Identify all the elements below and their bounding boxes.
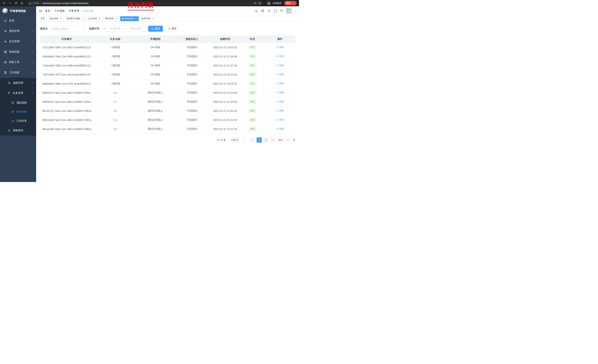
security-warning[interactable]: 不安全: [29, 2, 39, 5]
sidebar-item-label: 任务管理: [13, 91, 23, 95]
fullscreen-icon[interactable]: [274, 9, 277, 13]
col-initiator: 流程发起人: [174, 35, 210, 43]
approve-link[interactable]: 审批: [276, 64, 284, 67]
tab-my-process[interactable]: 我的流程 ×: [103, 16, 119, 21]
sidebar-item-payment[interactable]: ¥ 支付管理: [0, 36, 36, 47]
logo-row[interactable]: 芋道管理系统: [0, 6, 36, 16]
main-area: 首页 / 工作流程 / 任务管理 / 待办任务 ?: [36, 6, 299, 182]
start-date-placeholder: 开始日期: [107, 27, 124, 30]
omnibox-divider: [41, 2, 41, 5]
approve-link[interactable]: 审批: [276, 118, 284, 121]
incognito-profile-chip[interactable]: 无痕模式: [266, 1, 282, 5]
col-process: 所属流程: [137, 35, 174, 43]
page-size-select[interactable]: 10条/页: [229, 138, 247, 143]
tab-done-tasks[interactable]: 已办任务 ×: [86, 16, 102, 21]
close-icon[interactable]: ×: [81, 17, 84, 20]
pagination-total: 共 16 条: [217, 138, 226, 142]
breadcrumb-workflow[interactable]: 工作流程: [54, 9, 65, 13]
approve-link[interactable]: 审批: [276, 73, 284, 76]
browser-chrome: 不安全 dashboard.yudao.iocoder.cn/bpm/task/…: [0, 0, 299, 6]
tab-form-edit[interactable]: 流程表单-编辑 ×: [65, 16, 86, 21]
table-row: a6aba0a4-7b6d-11ec-b781-acde48001122一级审批…: [40, 79, 295, 88]
approve-link[interactable]: 审批: [276, 109, 284, 112]
eye-icon: [11, 110, 14, 113]
sidebar-item-infrastructure[interactable]: 基础设施: [0, 47, 36, 57]
active-dot: [122, 18, 123, 19]
home-icon[interactable]: [19, 0, 25, 6]
sidebar-item-system[interactable]: 系统管理: [0, 26, 36, 36]
back-icon[interactable]: [1, 0, 7, 6]
table-row: 8f059c03-7ac8-11ec-a9e2-a2380e71991a1.1测…: [40, 97, 295, 106]
sidebar-item-label: 已办任务: [17, 119, 27, 122]
filter-bar: 流程名 创建时间 开始日期 - 结束日期 搜索: [40, 26, 295, 32]
breadcrumb-task-management[interactable]: 任务管理: [69, 9, 79, 13]
forward-icon[interactable]: [8, 0, 13, 6]
approve-link[interactable]: 审批: [276, 100, 284, 103]
sidebar-item-workflow[interactable]: 工作流程: [0, 67, 36, 78]
sidebar-item-todo-tasks[interactable]: 待办任务: [0, 107, 36, 116]
reset-button[interactable]: 重置: [165, 26, 180, 32]
table-row: 75d72608-7b7f-11ec-a3c8-acde48001122一级审批…: [40, 70, 295, 79]
password-key-icon[interactable]: [254, 2, 257, 5]
grid-icon: [4, 50, 7, 53]
font-size-icon[interactable]: TT: [280, 9, 283, 12]
tasks-table: 任务编号 任务名称 所属流程 流程发起人 创建时间 状态 操作 73211d9d…: [40, 35, 295, 134]
approve-link[interactable]: 审批: [276, 82, 284, 85]
search-button[interactable]: 搜索: [148, 26, 163, 32]
sidebar-item-devtools[interactable]: 研发工具: [0, 57, 36, 67]
approve-link[interactable]: 审批: [276, 46, 284, 49]
approve-link[interactable]: 审批: [276, 91, 284, 94]
sidebar-item-leave-query[interactable]: 请假查询: [0, 125, 36, 136]
sidebar-item-label: 流程管理: [13, 81, 23, 85]
table-row: 580e1b3d-7ac8-11ec-a9e2-a2380e71991a1.1测…: [40, 115, 295, 124]
page-button-2[interactable]: 2: [263, 138, 268, 143]
process-name-input[interactable]: [50, 26, 84, 32]
help-icon[interactable]: ?: [267, 9, 271, 13]
search-icon[interactable]: [255, 9, 258, 13]
person-icon: [8, 129, 11, 132]
avatar[interactable]: [286, 8, 292, 14]
close-icon[interactable]: ×: [98, 17, 101, 20]
status-badge: 激活: [249, 54, 257, 58]
sidebar-item-home[interactable]: 首页: [0, 16, 36, 26]
chevron-up-icon: [31, 92, 33, 94]
col-action: 操作: [265, 35, 295, 43]
github-icon[interactable]: [261, 9, 264, 13]
next-page-button[interactable]: ›: [270, 138, 275, 143]
prev-page-button[interactable]: ‹: [250, 138, 255, 143]
goto-page-input[interactable]: [284, 138, 291, 143]
double-check-icon: [11, 119, 14, 122]
security-warning-label: 不安全: [33, 2, 39, 5]
status-badge: 激活: [249, 45, 257, 49]
tab-start-process[interactable]: 发起流程 ×: [48, 16, 64, 21]
close-icon[interactable]: ×: [151, 17, 154, 20]
close-icon[interactable]: ×: [134, 17, 137, 20]
breadcrumb-home[interactable]: 首页: [45, 9, 50, 13]
approve-link[interactable]: 审批: [276, 127, 284, 130]
bookmark-star-icon[interactable]: [258, 2, 261, 5]
status-badge: 激活: [249, 109, 257, 113]
page-button-1[interactable]: 1: [257, 138, 262, 143]
edit-pen-icon: [276, 110, 278, 112]
search-icon: [151, 28, 154, 30]
sidebar-item-my-process[interactable]: 我的流程: [0, 98, 36, 107]
sidebar-item-process-management[interactable]: 流程管理: [0, 78, 36, 88]
date-range-picker[interactable]: 开始日期 - 结束日期: [101, 26, 146, 32]
edit-pen-icon: [276, 101, 278, 103]
chevron-down-icon[interactable]: [295, 11, 297, 12]
tab-process-detail[interactable]: 流程详情 ×: [140, 16, 156, 21]
chevron-up-icon: [31, 72, 33, 74]
close-icon[interactable]: ×: [59, 17, 62, 20]
tab-home[interactable]: 首页: [39, 16, 47, 21]
approve-link[interactable]: 审批: [276, 55, 284, 58]
chrome-update-button[interactable]: 更新 ⋮: [284, 1, 297, 5]
sidebar-collapse-icon[interactable]: [36, 9, 45, 13]
sidebar-item-task-management[interactable]: 任务管理: [0, 88, 36, 98]
tab-todo-tasks[interactable]: 待办任务 ×: [120, 16, 139, 21]
close-icon[interactable]: ×: [115, 17, 118, 20]
chevron-down-icon: [31, 51, 33, 53]
process-name-label: 流程名: [40, 27, 48, 30]
address-bar[interactable]: 不安全 dashboard.yudao.iocoder.cn/bpm/task/…: [27, 0, 263, 6]
sidebar-item-done-tasks[interactable]: 已办任务: [0, 116, 36, 125]
refresh-icon[interactable]: [13, 0, 18, 6]
